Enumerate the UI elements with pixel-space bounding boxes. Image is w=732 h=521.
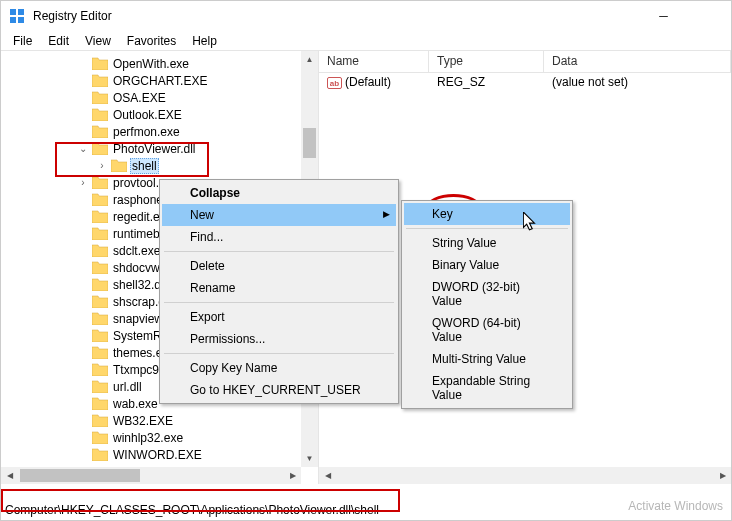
tree-item-label: ORGCHART.EXE bbox=[111, 74, 209, 88]
tree-item-label: Outlook.EXE bbox=[111, 108, 184, 122]
folder-icon bbox=[92, 108, 108, 121]
folder-icon bbox=[92, 278, 108, 291]
value-data: (value not set) bbox=[544, 74, 731, 90]
menu-item[interactable]: Collapse bbox=[162, 182, 396, 204]
folder-icon bbox=[92, 261, 108, 274]
window-title: Registry Editor bbox=[33, 9, 112, 23]
status-bar: Computer\HKEY_CLASSES_ROOT\Applications\… bbox=[1, 500, 731, 520]
list-row[interactable]: ab(Default) REG_SZ (value not set) bbox=[319, 73, 731, 91]
folder-icon bbox=[92, 91, 108, 104]
menu-item[interactable]: Rename bbox=[162, 277, 396, 299]
scroll-left-icon[interactable]: ◀ bbox=[319, 467, 336, 484]
folder-icon bbox=[92, 57, 108, 70]
scroll-up-icon[interactable]: ▲ bbox=[301, 51, 318, 68]
svg-rect-0 bbox=[10, 9, 16, 15]
menu-bar: File Edit View Favorites Help bbox=[1, 31, 731, 51]
col-type[interactable]: Type bbox=[429, 51, 544, 72]
folder-icon bbox=[92, 125, 108, 138]
tree-item[interactable]: ⌄PhotoViewer.dll bbox=[1, 140, 318, 157]
col-data[interactable]: Data bbox=[544, 51, 731, 72]
regedit-icon bbox=[9, 8, 25, 24]
tree-item-label: PhotoViewer.dll bbox=[111, 142, 198, 156]
minimize-button[interactable]: ─ bbox=[641, 1, 686, 31]
svg-rect-1 bbox=[18, 9, 24, 15]
list-horizontal-scrollbar[interactable]: ◀ ▶ bbox=[319, 467, 731, 484]
menu-edit[interactable]: Edit bbox=[40, 32, 77, 50]
menu-item[interactable]: Key bbox=[404, 203, 570, 225]
string-value-icon: ab bbox=[327, 77, 342, 89]
tree-item[interactable]: WINWORD.EXE bbox=[1, 446, 318, 463]
expand-icon[interactable]: › bbox=[96, 160, 108, 171]
folder-icon bbox=[92, 346, 108, 359]
menu-item[interactable]: Binary Value bbox=[404, 254, 570, 276]
tree-item-label: runtimebr bbox=[111, 227, 166, 241]
menu-item[interactable]: Export bbox=[162, 306, 396, 328]
tree-item[interactable]: ›shell bbox=[1, 157, 318, 174]
tree-item-label: winhlp32.exe bbox=[111, 431, 185, 445]
folder-icon bbox=[92, 142, 108, 155]
tree-item[interactable]: perfmon.exe bbox=[1, 123, 318, 140]
menu-item[interactable]: Go to HKEY_CURRENT_USER bbox=[162, 379, 396, 401]
menu-item[interactable]: String Value bbox=[404, 232, 570, 254]
tree-item-label: shell bbox=[130, 158, 159, 174]
status-path: Computer\HKEY_CLASSES_ROOT\Applications\… bbox=[5, 503, 379, 517]
value-name: (Default) bbox=[345, 75, 391, 89]
menu-item[interactable]: Delete bbox=[162, 255, 396, 277]
scroll-left-icon[interactable]: ◀ bbox=[1, 467, 18, 484]
menu-file[interactable]: File bbox=[5, 32, 40, 50]
tree-item-label: url.dll bbox=[111, 380, 144, 394]
tree-item-label: perfmon.exe bbox=[111, 125, 182, 139]
tree-item[interactable]: WB32.EXE bbox=[1, 412, 318, 429]
tree-item-label: sdclt.exe bbox=[111, 244, 162, 258]
expand-icon[interactable]: › bbox=[77, 177, 89, 188]
folder-icon bbox=[92, 74, 108, 87]
context-submenu-new[interactable]: KeyString ValueBinary ValueDWORD (32-bit… bbox=[401, 200, 573, 409]
menu-item[interactable]: Find... bbox=[162, 226, 396, 248]
scroll-thumb[interactable] bbox=[303, 128, 316, 158]
expand-icon[interactable]: ⌄ bbox=[77, 143, 89, 154]
menu-item[interactable]: Expandable String Value bbox=[404, 370, 570, 406]
folder-icon bbox=[92, 397, 108, 410]
folder-icon bbox=[92, 210, 108, 223]
tree-item[interactable]: Outlook.EXE bbox=[1, 106, 318, 123]
folder-icon bbox=[92, 295, 108, 308]
menu-item[interactable]: Multi-String Value bbox=[404, 348, 570, 370]
scroll-down-icon[interactable]: ▼ bbox=[301, 450, 318, 467]
menu-item[interactable]: Permissions... bbox=[162, 328, 396, 350]
scroll-right-icon[interactable]: ▶ bbox=[714, 467, 731, 484]
menu-view[interactable]: View bbox=[77, 32, 119, 50]
submenu-arrow-icon: ▶ bbox=[383, 209, 390, 219]
folder-icon bbox=[92, 431, 108, 444]
svg-rect-3 bbox=[18, 17, 24, 23]
tree-horizontal-scrollbar[interactable]: ◀ ▶ bbox=[1, 467, 301, 484]
folder-icon bbox=[92, 448, 108, 461]
folder-icon bbox=[92, 312, 108, 325]
folder-icon bbox=[92, 176, 108, 189]
menu-item[interactable]: Copy Key Name bbox=[162, 357, 396, 379]
scroll-right-icon[interactable]: ▶ bbox=[284, 467, 301, 484]
tree-item-label: shdocvw. bbox=[111, 261, 164, 275]
tree-item[interactable]: OSA.EXE bbox=[1, 89, 318, 106]
tree-item[interactable]: OpenWith.exe bbox=[1, 55, 318, 72]
col-name[interactable]: Name bbox=[319, 51, 429, 72]
folder-icon bbox=[92, 227, 108, 240]
menu-item[interactable]: New▶ bbox=[162, 204, 396, 226]
tree-item-label: WB32.EXE bbox=[111, 414, 175, 428]
svg-rect-2 bbox=[10, 17, 16, 23]
context-menu[interactable]: CollapseNew▶Find...DeleteRenameExportPer… bbox=[159, 179, 399, 404]
tree-item[interactable]: winhlp32.exe bbox=[1, 429, 318, 446]
tree-item-label: OSA.EXE bbox=[111, 91, 168, 105]
title-bar: Registry Editor bbox=[1, 1, 731, 31]
folder-icon bbox=[111, 159, 127, 172]
folder-icon bbox=[92, 380, 108, 393]
tree-item-label: WINWORD.EXE bbox=[111, 448, 204, 462]
scroll-thumb[interactable] bbox=[20, 469, 140, 482]
folder-icon bbox=[92, 244, 108, 257]
menu-help[interactable]: Help bbox=[184, 32, 225, 50]
tree-item[interactable]: ORGCHART.EXE bbox=[1, 72, 318, 89]
folder-icon bbox=[92, 414, 108, 427]
menu-item[interactable]: QWORD (64-bit) Value bbox=[404, 312, 570, 348]
tree-item-label: OpenWith.exe bbox=[111, 57, 191, 71]
menu-favorites[interactable]: Favorites bbox=[119, 32, 184, 50]
menu-item[interactable]: DWORD (32-bit) Value bbox=[404, 276, 570, 312]
